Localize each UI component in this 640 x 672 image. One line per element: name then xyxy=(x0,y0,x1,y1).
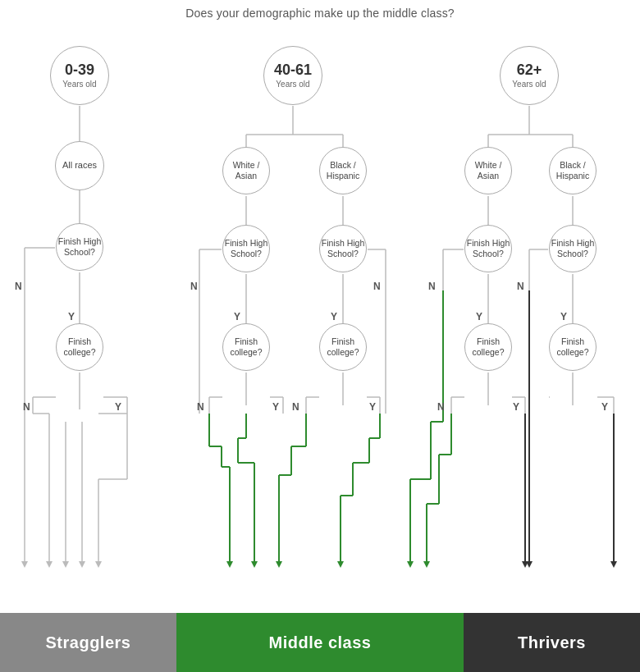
age-label-1: 0-39 xyxy=(65,62,94,78)
label-y-col2b: Y xyxy=(369,401,376,413)
middle-class-box: Middle class xyxy=(176,613,464,672)
svg-marker-108 xyxy=(423,561,430,568)
svg-marker-66 xyxy=(276,561,282,568)
age-label-3: 62+ xyxy=(517,62,542,78)
race-black-hispanic-3: Black / Hispanic xyxy=(549,147,597,194)
thrivers-box: Thrivers xyxy=(464,613,640,672)
label-y-col3a: Y xyxy=(513,401,519,413)
label-n-hs3a: N xyxy=(428,281,436,292)
hs-label-1: Finish High School? xyxy=(57,236,103,257)
svg-marker-21 xyxy=(62,561,69,568)
hs-node-3a: Finish High School? xyxy=(464,225,512,272)
col-node-3b: Finish college? xyxy=(549,323,597,371)
svg-marker-112 xyxy=(526,561,533,568)
hs-label-2b: Finish High School? xyxy=(320,238,366,258)
title: Does your demographic make up the middle… xyxy=(0,0,640,20)
label-n-hs2a: N xyxy=(190,281,198,292)
col-label-2b: Finish college? xyxy=(320,336,366,357)
svg-marker-54 xyxy=(251,561,258,568)
label-n-hs2b: N xyxy=(373,281,381,292)
race-white-asian-2: White / Asian xyxy=(222,147,270,194)
svg-marker-102 xyxy=(407,561,414,568)
race-black-hispanic-3-label: Black / Hispanic xyxy=(550,160,596,181)
lines-svg xyxy=(0,20,640,635)
hs-label-2a: Finish High School? xyxy=(223,238,269,258)
age-sub-2: Years old xyxy=(274,80,312,89)
label-n-hs1: N xyxy=(15,281,22,292)
middle-class-label: Middle class xyxy=(269,633,372,652)
race-black-hispanic-2: Black / Hispanic xyxy=(319,147,367,194)
svg-marker-60 xyxy=(226,561,233,568)
hs-node-2b: Finish High School? xyxy=(319,225,367,272)
hs-node-2a: Finish High School? xyxy=(222,225,270,272)
label-y-col2a: Y xyxy=(272,401,279,413)
age-node-1: 0-39 Years old xyxy=(50,46,109,105)
svg-marker-74 xyxy=(337,561,344,568)
label-n-col1: N xyxy=(23,401,30,413)
hs-label-3b: Finish High School? xyxy=(550,238,596,258)
col-node-3a: Finish college? xyxy=(464,323,512,371)
age-sub-3: Years old xyxy=(512,80,546,89)
svg-marker-23 xyxy=(79,561,85,568)
label-y-col1: Y xyxy=(115,401,121,413)
col-node-2b: Finish college? xyxy=(319,323,367,371)
stragglers-label: Stragglers xyxy=(46,633,131,652)
hs-label-3a: Finish High School? xyxy=(465,238,511,258)
age-node-3: 62+ Years old xyxy=(500,46,559,105)
hs-node-3b: Finish High School? xyxy=(549,225,597,272)
race-black-hispanic-2-label: Black / Hispanic xyxy=(320,160,366,181)
label-y-hs3a: Y xyxy=(476,311,482,322)
svg-marker-19 xyxy=(95,561,102,568)
label-n-col3a: N xyxy=(437,401,445,413)
race-white-asian-3: White / Asian xyxy=(464,147,512,194)
age-sub-1: Years old xyxy=(62,80,96,89)
svg-marker-11 xyxy=(21,561,28,568)
hs-node-1: Finish High School? xyxy=(56,223,103,271)
label-y-hs2b: Y xyxy=(331,311,337,322)
races-node: All races xyxy=(55,141,104,190)
col-label-3a: Finish college? xyxy=(465,336,511,357)
col-node-2a: Finish college? xyxy=(222,323,270,371)
age-label-2: 40-61 xyxy=(274,62,312,78)
label-n-col2a: N xyxy=(197,401,204,413)
label-y-hs2a: Y xyxy=(234,311,240,322)
col-label-1: Finish college? xyxy=(57,336,103,357)
age-node-2: 40-61 Years old xyxy=(263,46,322,105)
race-white-asian-3-label: White / Asian xyxy=(465,160,511,181)
thrivers-label: Thrivers xyxy=(518,633,586,652)
svg-marker-110 xyxy=(522,561,528,568)
label-y-hs3b: Y xyxy=(560,311,567,322)
race-white-asian-2-label: White / Asian xyxy=(223,160,269,181)
stragglers-box: Stragglers xyxy=(0,613,176,672)
col-node-1: Finish college? xyxy=(56,323,103,371)
label-n-hs3b: N xyxy=(517,281,524,292)
label-n-col2b: N xyxy=(292,401,299,413)
svg-marker-14 xyxy=(46,561,53,568)
races-label: All races xyxy=(62,160,97,171)
col-label-3b: Finish college? xyxy=(550,336,596,357)
label-y-hs1: Y xyxy=(68,311,75,322)
col-label-2a: Finish college? xyxy=(223,336,269,357)
label-y-col3b: Y xyxy=(601,401,608,413)
diagram-area: 0-39 Years old All races Finish High Sch… xyxy=(0,20,640,635)
svg-marker-114 xyxy=(610,561,617,568)
